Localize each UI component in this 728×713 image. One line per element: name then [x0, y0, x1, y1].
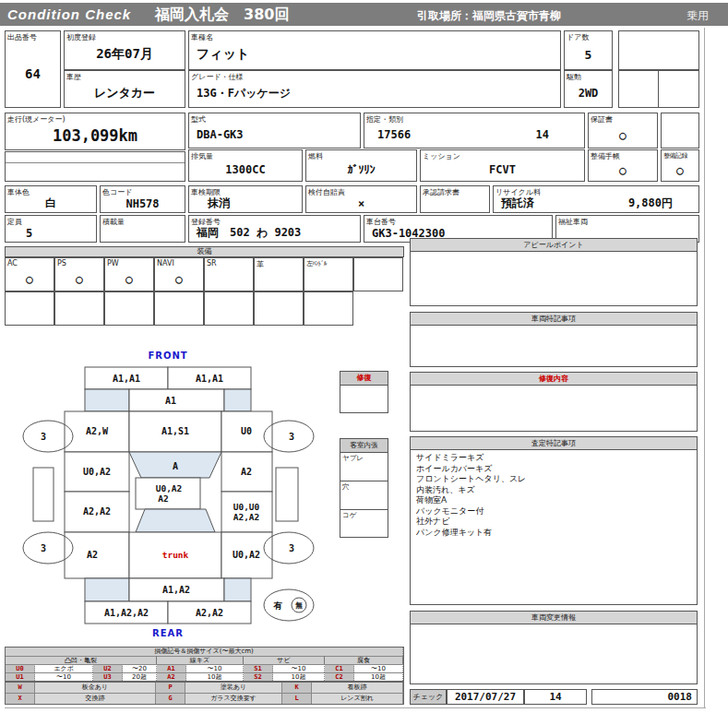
damage-diagram: FRONT: [18, 349, 318, 642]
presence-no: 無: [294, 601, 303, 610]
equipment-label: SR: [207, 259, 217, 267]
equipment-empty-cell: [254, 291, 304, 326]
legend-group: 線キズ: [157, 656, 244, 664]
legend-value: エクボ: [35, 664, 93, 672]
legend-value: 交換跡: [35, 693, 156, 704]
check-serial: 0018: [591, 689, 698, 705]
plate-number-cell: 登録番号 福岡 502 わ 9203: [188, 215, 361, 243]
load-capacity-cell: 積載量: [100, 215, 185, 243]
legend-value: レンズ割れ: [312, 693, 403, 704]
damage-mark: U0: [241, 426, 252, 436]
equipment-cell-leather: 革: [254, 257, 304, 291]
damage-mark: A: [173, 461, 178, 471]
grade-value: 13G・Fパッケージ: [189, 79, 560, 107]
repair-flag-box: 修復: [340, 371, 388, 413]
interior-row-tear: ヤブレ: [340, 453, 388, 481]
interior-trim-title: 客室内張: [340, 439, 388, 453]
vehicle-notes-title: 車両特記事項: [411, 313, 697, 326]
damage-legend-table: 損傷記号＆損傷サイズ(〜最大cm) 凸凹・亀裂 線キズ サビ 腐食 U0 エクボ…: [5, 647, 404, 682]
history-label: 車歴: [66, 72, 81, 82]
recycle-fee-label: リサイクル料: [495, 187, 541, 197]
legend-code: A2: [157, 672, 186, 681]
legend-code: U0: [6, 664, 35, 672]
legend-value: 〜20: [123, 664, 157, 672]
legend-code: P: [156, 683, 185, 693]
appeal-points-panel: アピールポイント: [410, 238, 698, 306]
equipment-value: ○: [155, 267, 203, 291]
damage-symbol-table: W 板金あり P 塗装あり K 看板跡 X 交換跡 G ガラス交換要す L レン…: [5, 682, 404, 705]
equipment-cell-lhd: 左ﾊﾝﾄﾞﾙ: [304, 257, 353, 291]
equipment-value: [304, 267, 352, 291]
legend-code: S1: [244, 664, 273, 672]
mileage-value: 103,099km: [6, 122, 185, 149]
damage-mark: U0,U0: [233, 502, 260, 512]
rear-label: REAR: [152, 628, 184, 638]
recycle-fee-cell: リサイクル料 預託済 9,880円: [493, 185, 699, 213]
warranty-blank-cell: [661, 113, 699, 149]
wheel-mark: 3: [289, 432, 294, 442]
legend-value: ガラス交換要す: [185, 693, 282, 704]
welfare-vehicle-label: 福祉車両: [558, 217, 588, 227]
maintenance-book-cell: 整備手帳 ○: [588, 149, 658, 182]
legend-code: W: [6, 683, 35, 693]
assessment-notes-title: 査定特記事項: [411, 437, 697, 450]
legend-code: C2: [325, 672, 354, 681]
trunk-label: trunk: [162, 550, 189, 560]
equipment-cell-blank: [353, 257, 403, 291]
equipment-value: ○: [105, 267, 153, 291]
first-registration-cell: 初度登録 26年07月: [64, 30, 185, 70]
history-value: レンタカー: [65, 79, 185, 107]
capacity-label: 定員: [7, 217, 22, 227]
model-code-label: 型式: [191, 114, 206, 125]
equipment-header: 装備: [5, 246, 404, 257]
first-registration-label: 初度登録: [66, 32, 96, 42]
insurance-cell: 検付自賠責 ×: [305, 185, 417, 213]
front-label: FRONT: [148, 351, 187, 361]
assessment-notes-body: サイドミラーキズ ホイールカバーキズ フロントシートヘタリ、スレ 内装汚れ、キズ…: [411, 450, 697, 538]
body-color-cell: 車体色 白: [5, 185, 97, 213]
fuel-label: 燃料: [308, 151, 323, 161]
plate-number-label: 登録番号: [191, 217, 221, 227]
equipment-label: 左ﾊﾝﾄﾞﾙ: [306, 259, 327, 268]
repair-flag-title: 修復: [340, 372, 388, 386]
class-cell: 指定・類別 17566 14: [364, 113, 585, 149]
color-code-label: 色コード: [102, 187, 132, 197]
divider: [6, 162, 185, 163]
recycle-amount: 9,880円: [628, 196, 673, 211]
wheel-mark: 3: [41, 543, 46, 553]
damage-mark: A1,A1: [196, 374, 223, 384]
interior-row-label: 穴: [342, 482, 350, 492]
class-value-1: 17566: [377, 128, 411, 141]
equipment-empty-cell: [104, 291, 154, 326]
legend-value: 〜10: [354, 664, 403, 672]
class-label: 指定・類別: [366, 114, 403, 125]
header-bar: Condition Check 福岡入札会 380回 引取場所：福岡県古賀市青柳…: [0, 3, 728, 26]
damage-mark: A2,A2: [233, 512, 260, 522]
equipment-cell-ac: AC ○: [5, 257, 54, 291]
fuel-cell: 燃料 ｶﾞｿﾘﾝ: [305, 149, 417, 182]
rear-corner-left: [85, 578, 129, 601]
interior-row-hole: 穴: [340, 481, 388, 510]
legend-title: 損傷記号＆損傷サイズ(〜最大cm): [6, 648, 403, 656]
equipment-label: PW: [107, 259, 119, 267]
vehicle-category: 乗用: [686, 8, 709, 24]
legend-code: A1: [157, 664, 186, 672]
sheet-bottom-border: [5, 707, 706, 708]
history-cell: 車歴 レンタカー: [64, 70, 185, 108]
equipment-empty-cell: [304, 291, 353, 326]
appeal-points-body: [411, 252, 697, 255]
blank-cell-top-right: [618, 30, 699, 70]
damage-mark: A1,A1: [113, 374, 140, 384]
damage-mark: A2,A2: [83, 506, 111, 517]
damage-mark: A2: [87, 550, 98, 560]
legend-code: G: [156, 693, 185, 704]
assessment-notes-panel: 査定特記事項 サイドミラーキズ ホイールカバーキズ フロントシートヘタリ、スレ …: [410, 436, 698, 605]
interior-row-label: ヤブレ: [342, 454, 364, 463]
check-label: チェック: [410, 689, 447, 705]
legend-code: U1: [6, 672, 35, 681]
rear-window: [136, 509, 215, 532]
displacement-value: 1300CC: [189, 159, 302, 181]
legend-code: U3: [93, 672, 123, 681]
wheel-mark: 3: [289, 543, 294, 553]
condition-check-sheet: Condition Check 福岡入札会 380回 引取場所：福岡県古賀市青柳…: [0, 0, 728, 713]
